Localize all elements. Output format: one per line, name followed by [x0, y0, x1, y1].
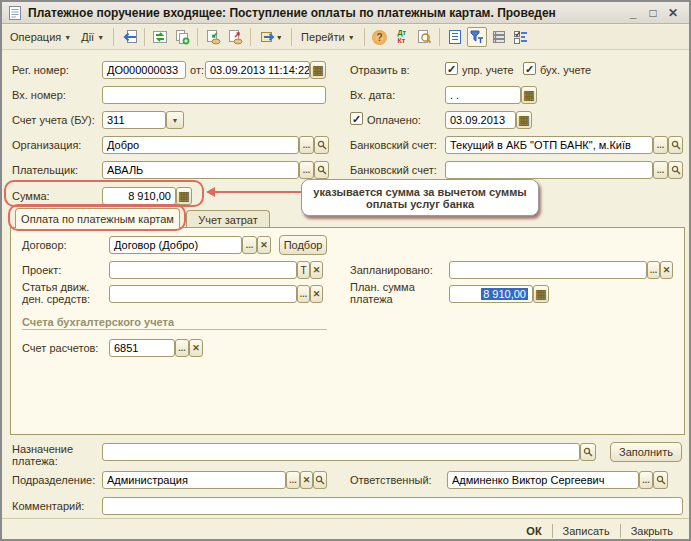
structure-button[interactable]	[445, 27, 465, 47]
close-button[interactable]: ✕	[663, 5, 683, 21]
department-clear-button[interactable]: ✕	[300, 471, 313, 489]
chevron-down-icon: ▼	[348, 34, 355, 41]
chevron-down-icon: ▼	[64, 34, 71, 41]
planned-input[interactable]	[449, 261, 647, 279]
amount-calculator-button[interactable]: ▦	[176, 187, 192, 205]
reg-number-input[interactable]: ДО000000033	[102, 61, 186, 79]
settings-button[interactable]	[511, 27, 531, 47]
maximize-button[interactable]: □	[643, 5, 663, 21]
bank-account2-label: Банковский счет:	[350, 164, 437, 176]
reg-date-calendar-button[interactable]: ▦	[310, 61, 326, 79]
magnifier-icon	[656, 475, 666, 485]
annotation-callout: указывается сумма за вычетом суммы оплат…	[301, 179, 539, 216]
reg-date-from-label: от:	[190, 64, 204, 76]
list-rows-icon	[491, 29, 507, 45]
tab-cost-accounting[interactable]: Учет затрат	[186, 210, 270, 228]
responsible-input[interactable]: Админенко Виктор Сергеевич	[447, 471, 639, 489]
organization-lookup-button[interactable]: ...	[299, 136, 314, 154]
cashflow-item-input[interactable]	[109, 285, 297, 303]
book-accounting-checkbox[interactable]: ✓	[523, 62, 536, 75]
payer-search-button[interactable]	[314, 161, 329, 179]
clear-icon: ✕	[313, 289, 321, 299]
tree-filter-toggle[interactable]	[467, 27, 487, 47]
management-accounting-label: упр. учете	[462, 64, 514, 76]
copy-button[interactable]	[172, 27, 192, 47]
planned-amount-calculator-button[interactable]: ▦	[533, 285, 549, 303]
project-text-button[interactable]: T	[297, 261, 310, 279]
planned-clear-button[interactable]: ✕	[660, 261, 673, 279]
go-to-menu-button[interactable]: Перейти▼	[297, 29, 359, 45]
unpost-document-button[interactable]	[225, 27, 245, 47]
planned-lookup-button[interactable]: ...	[647, 261, 660, 279]
project-input[interactable]	[109, 261, 297, 279]
reflect-in-label: Отразить в:	[350, 64, 410, 76]
in-number-input[interactable]	[102, 86, 326, 104]
bank-account1-search-button[interactable]	[668, 136, 683, 154]
payer-input[interactable]: АВАЛЬ	[102, 161, 299, 179]
department-input[interactable]: Администрация	[102, 471, 286, 489]
bank-account1-lookup-button[interactable]: ...	[653, 136, 668, 154]
planned-amount-input[interactable]: 8 910,00	[449, 285, 533, 303]
account-bu-dropdown-button[interactable]: ▼	[166, 111, 184, 129]
cashflow-item-clear-button[interactable]: ✕	[310, 285, 323, 303]
reg-number-label: Рег. номер:	[12, 64, 69, 76]
output-menu-button[interactable]: ▼	[256, 27, 286, 47]
settlement-account-input[interactable]: 6851	[109, 339, 175, 357]
toolbar-separator	[144, 28, 145, 46]
bank-account2-search-button[interactable]	[668, 161, 683, 179]
preview-button[interactable]	[414, 27, 434, 47]
operation-menu-button[interactable]: Операция▼	[6, 29, 75, 45]
fill-button[interactable]: Заполнить	[610, 442, 682, 462]
ok-button[interactable]: ОК	[516, 522, 551, 540]
account-bu-input[interactable]: 311	[102, 111, 166, 129]
calendar-icon: ▦	[312, 64, 323, 76]
help-button[interactable]: ?	[370, 27, 390, 47]
paid-checkbox[interactable]: ✓	[350, 112, 363, 125]
post-and-close-button[interactable]	[119, 27, 139, 47]
contract-lookup-button[interactable]: ...	[242, 236, 257, 254]
department-search-button[interactable]	[313, 471, 327, 489]
bank-account2-lookup-button[interactable]: ...	[653, 161, 668, 179]
organization-input[interactable]: Добро	[102, 136, 299, 154]
contract-clear-button[interactable]: ✕	[257, 236, 271, 254]
comment-input[interactable]	[102, 497, 683, 515]
bank-account1-input[interactable]: Текущий в АКБ "ОТП БАНК", м.Київ	[445, 136, 653, 154]
in-date-calendar-button[interactable]: ▦	[521, 86, 537, 104]
organization-search-button[interactable]	[314, 136, 329, 154]
settlement-account-clear-button[interactable]: ✕	[189, 339, 203, 357]
contract-pick-button[interactable]: Подбор	[279, 235, 327, 255]
list-rows-button[interactable]	[489, 27, 509, 47]
dtkt-button[interactable]: ДтКт	[392, 27, 412, 47]
settlement-account-lookup-button[interactable]: ...	[175, 339, 189, 357]
paid-date-calendar-button[interactable]: ▦	[516, 111, 532, 129]
post-document-button[interactable]	[203, 27, 223, 47]
payment-purpose-input[interactable]	[102, 443, 580, 461]
toolbar-separator	[291, 28, 292, 46]
organization-label: Организация:	[12, 139, 81, 151]
payment-purpose-search-button[interactable]	[580, 443, 596, 461]
paid-date-input[interactable]: 03.09.2013	[445, 111, 516, 129]
actions-menu-button[interactable]: Дії▼	[77, 29, 108, 45]
responsible-lookup-button[interactable]: ...	[639, 471, 653, 489]
calendar-icon: ▦	[518, 114, 529, 126]
annotation-arrow-line	[214, 191, 302, 193]
bank-account2-input[interactable]	[445, 161, 653, 179]
contract-input[interactable]: Договор (Добро)	[109, 236, 242, 254]
department-lookup-button[interactable]: ...	[286, 471, 300, 489]
magnifier-icon	[317, 165, 327, 175]
in-date-input[interactable]: . .	[445, 86, 521, 104]
management-accounting-checkbox[interactable]: ✓	[445, 62, 458, 75]
refresh-button[interactable]	[150, 27, 170, 47]
window-title: Платежное поручение входящее: Поступлени…	[28, 6, 623, 20]
save-button[interactable]: Записать	[553, 522, 620, 540]
cashflow-item-lookup-button[interactable]: ...	[297, 285, 310, 303]
responsible-search-button[interactable]	[653, 471, 668, 489]
minimize-button[interactable]: _	[623, 5, 643, 21]
section-divider	[22, 329, 327, 330]
project-clear-button[interactable]: ✕	[310, 261, 323, 279]
payer-lookup-button[interactable]: ...	[299, 161, 314, 179]
tab-card-payment[interactable]: Оплата по платежным картам	[15, 208, 180, 228]
close-form-button[interactable]: Закрыть	[621, 522, 683, 540]
amount-input[interactable]: 8 910,00	[102, 187, 176, 205]
reg-date-input[interactable]: 03.09.2013 11:14:22	[205, 61, 310, 79]
